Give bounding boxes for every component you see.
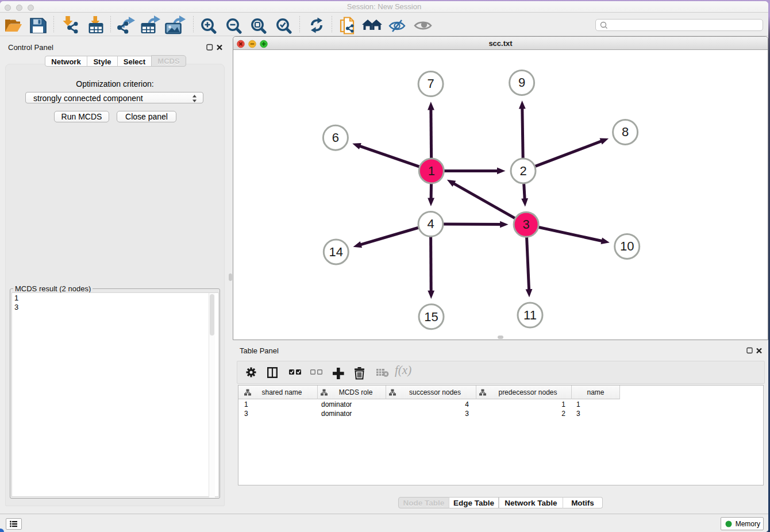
svg-text:6: 6 <box>332 130 339 145</box>
svg-text:3: 3 <box>522 217 529 232</box>
svg-text:11: 11 <box>523 308 537 322</box>
svg-text:4: 4 <box>427 217 434 231</box>
svg-text:8: 8 <box>622 125 629 139</box>
svg-text:1: 1 <box>428 164 435 178</box>
svg-text:9: 9 <box>518 75 525 90</box>
svg-text:14: 14 <box>329 245 343 259</box>
svg-text:10: 10 <box>620 239 634 253</box>
svg-text:15: 15 <box>424 310 438 324</box>
svg-text:2: 2 <box>519 164 526 178</box>
svg-text:7: 7 <box>427 76 434 91</box>
